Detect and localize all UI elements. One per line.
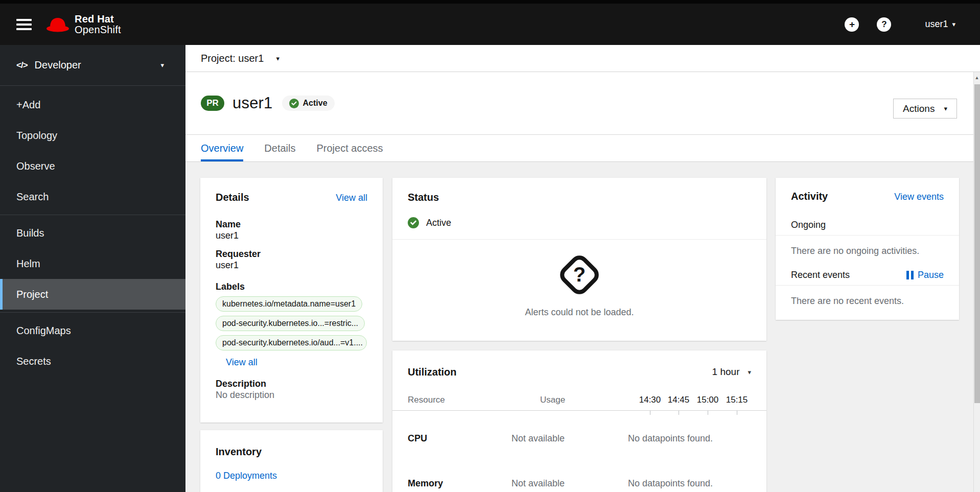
duration-value: 1 hour xyxy=(712,366,740,378)
brand-logo[interactable]: Red Hat OpenShift xyxy=(46,14,121,35)
status-badge: Active xyxy=(282,96,335,111)
perspective-switcher[interactable]: </> Developer ▾ xyxy=(0,45,185,86)
sidebar-item-observe[interactable]: Observe xyxy=(0,151,185,181)
time-tick: 15:15 xyxy=(726,395,748,405)
details-card: Details View all Name user1 Requester us… xyxy=(200,178,383,423)
sidebar-item-configmaps[interactable]: ConfigMaps xyxy=(0,315,185,346)
labels-view-all-link[interactable]: View all xyxy=(226,357,258,368)
tab-overview[interactable]: Overview xyxy=(201,135,243,161)
status-card: Status Active ? Alerts could not be load… xyxy=(392,178,766,341)
actions-button[interactable]: Actions ▾ xyxy=(893,99,957,119)
sidebar-item-add[interactable]: +Add xyxy=(0,89,185,120)
caret-down-icon[interactable]: ▾ xyxy=(276,55,279,62)
tab-project-access[interactable]: Project access xyxy=(317,135,383,161)
sidebar-nav: +Add Topology Observe Search Builds Helm… xyxy=(0,86,185,377)
label-pill: kubernetes.io/metadata.name=user1 xyxy=(216,296,362,312)
tab-bar: Overview Details Project access xyxy=(185,135,980,162)
name-value: user1 xyxy=(216,230,367,241)
utilization-card-title: Utilization xyxy=(408,366,457,378)
sidebar-item-topology[interactable]: Topology xyxy=(0,120,185,151)
caret-down-icon: ▾ xyxy=(952,21,955,28)
recent-empty-message: There are no recent events. xyxy=(791,295,944,307)
status-badge-label: Active xyxy=(303,99,328,108)
requester-value: user1 xyxy=(216,260,367,271)
sidebar-item-helm[interactable]: Helm xyxy=(0,248,185,279)
project-resource-badge: PR xyxy=(201,96,224,111)
scroll-up-arrow-icon[interactable]: ▲ xyxy=(974,72,980,83)
time-axis xyxy=(392,410,766,415)
deployments-link[interactable]: 0 Deployments xyxy=(216,471,277,481)
ongoing-label: Ongoing xyxy=(791,219,944,230)
pause-icon xyxy=(906,271,914,279)
check-circle-icon xyxy=(408,217,419,228)
divider xyxy=(776,285,959,286)
time-tick: 15:00 xyxy=(697,395,719,405)
sidebar-item-search[interactable]: Search xyxy=(0,181,185,212)
main-content: Project: user1 ▾ PR user1 Active Actions… xyxy=(185,45,980,492)
project-selector-bar: Project: user1 ▾ xyxy=(185,45,980,72)
user-menu[interactable]: user1 ▾ xyxy=(925,19,955,30)
utilization-row-memory: Memory Not available No datapoints found… xyxy=(392,478,766,489)
requester-label: Requester xyxy=(216,248,367,260)
name-label: Name xyxy=(216,219,367,230)
details-view-all-link[interactable]: View all xyxy=(336,193,367,203)
resource-name: Memory xyxy=(408,478,443,489)
duration-dropdown[interactable]: 1 hour ▾ xyxy=(712,366,751,378)
actions-button-label: Actions xyxy=(903,103,935,114)
masthead: Red Hat OpenShift + ? user1 ▾ xyxy=(0,0,980,45)
resource-name: CPU xyxy=(408,433,427,444)
recent-events-label: Recent events xyxy=(791,269,850,280)
time-tick: 14:45 xyxy=(668,395,690,405)
hamburger-menu-icon[interactable] xyxy=(16,19,32,30)
brand-line2: OpenShift xyxy=(75,25,121,35)
sidebar: </> Developer ▾ +Add Topology Observe Se… xyxy=(0,45,185,492)
details-card-title: Details xyxy=(216,191,249,203)
check-circle-icon xyxy=(289,99,299,108)
pause-button[interactable]: Pause xyxy=(906,269,944,280)
divider xyxy=(776,235,959,236)
labels-label: Labels xyxy=(216,281,367,292)
sidebar-item-project[interactable]: Project xyxy=(0,279,185,310)
resource-datapoints: No datapoints found. xyxy=(628,433,713,444)
utilization-row-cpu: CPU Not available No datapoints found. xyxy=(392,433,766,444)
inventory-card: Inventory 0 Deployments xyxy=(200,430,383,492)
resource-column-header: Resource xyxy=(408,395,445,405)
alerts-empty-message: Alerts could not be loaded. xyxy=(525,307,634,318)
label-pill: pod-security.kubernetes.io...=restric... xyxy=(216,316,365,331)
vertical-scrollbar[interactable]: ▲ xyxy=(973,72,980,492)
utilization-card: Utilization 1 hour ▾ Resource Usage 14:3… xyxy=(392,350,766,492)
resource-usage: Not available xyxy=(511,478,565,489)
label-pill: pod-security.kubernetes.io/aud...=v1.... xyxy=(216,335,367,350)
code-icon: </> xyxy=(16,60,28,71)
page-title: user1 xyxy=(232,94,273,112)
unknown-question-icon: ? xyxy=(557,253,601,297)
description-label: Description xyxy=(216,378,367,389)
add-circle-icon[interactable]: + xyxy=(845,17,859,32)
pause-button-label: Pause xyxy=(918,269,944,280)
tab-details[interactable]: Details xyxy=(264,135,295,161)
sidebar-item-secrets[interactable]: Secrets xyxy=(0,346,185,377)
resource-usage: Not available xyxy=(511,433,565,444)
resource-datapoints: No datapoints found. xyxy=(628,478,713,489)
perspective-label: Developer xyxy=(35,59,81,71)
caret-down-icon: ▾ xyxy=(748,369,751,376)
activity-card: Activity View events Ongoing There are n… xyxy=(776,178,959,320)
activity-card-title: Activity xyxy=(791,190,828,202)
status-card-title: Status xyxy=(408,191,439,203)
caret-down-icon: ▾ xyxy=(944,105,947,112)
sidebar-item-builds[interactable]: Builds xyxy=(0,218,185,248)
scrollbar-thumb[interactable] xyxy=(974,84,980,403)
project-selector[interactable]: Project: user1 xyxy=(201,53,264,64)
sidebar-divider xyxy=(0,215,185,215)
brand-text: Red Hat OpenShift xyxy=(75,14,121,35)
description-value: No description xyxy=(216,389,367,401)
overview-dashboard: Details View all Name user1 Requester us… xyxy=(185,162,980,492)
usage-column-header: Usage xyxy=(540,395,565,405)
help-circle-icon[interactable]: ? xyxy=(877,17,891,32)
masthead-toolbar: + ? user1 ▾ xyxy=(845,17,955,32)
svg-text:?: ? xyxy=(573,263,586,286)
view-events-link[interactable]: View events xyxy=(894,192,944,202)
time-tick: 14:30 xyxy=(639,395,661,405)
redhat-fedora-icon xyxy=(46,16,69,33)
username: user1 xyxy=(925,19,948,30)
